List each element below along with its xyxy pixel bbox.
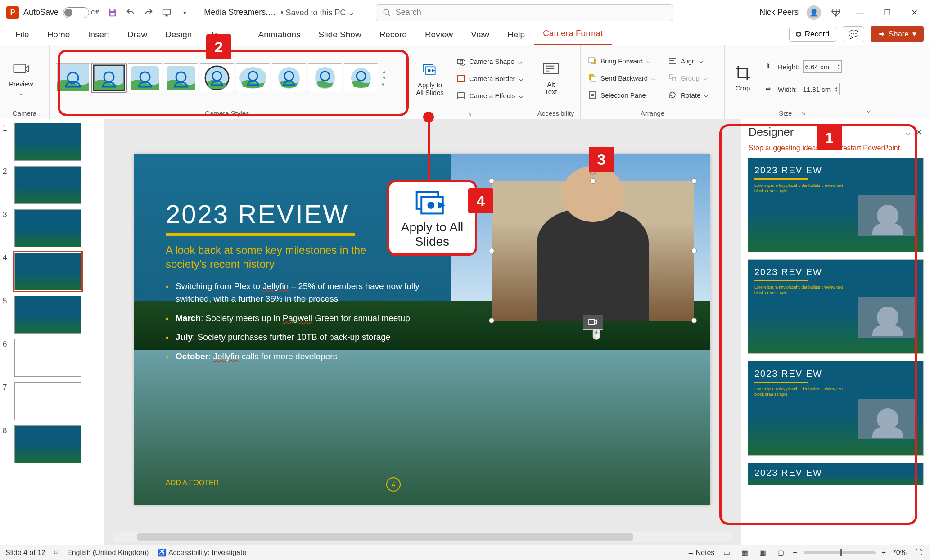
status-slide[interactable]: Slide 4 of 12 xyxy=(5,549,45,557)
thumbnail-4[interactable] xyxy=(14,253,81,290)
camera-styles-launcher-icon[interactable]: ↘ xyxy=(467,111,472,117)
tab-slide-show[interactable]: Slide Show xyxy=(310,25,370,45)
slideshow-view-icon[interactable]: ▢ xyxy=(775,548,786,558)
rotate-button[interactable]: Rotate ⌵ xyxy=(665,88,711,102)
footer-placeholder[interactable]: ADD A FOOTER xyxy=(166,479,219,487)
crop-button[interactable]: Crop xyxy=(729,62,756,94)
ribbon-collapse-icon[interactable]: ⌵ xyxy=(860,45,878,119)
camera-style-1[interactable] xyxy=(56,63,90,92)
camera-style-8[interactable] xyxy=(308,63,342,92)
cameo-object[interactable]: 🖱️ xyxy=(492,181,694,321)
tab-camera-format[interactable]: Camera Format xyxy=(534,24,612,45)
tab-record[interactable]: Record xyxy=(370,25,416,45)
camera-style-7[interactable] xyxy=(272,63,306,92)
camera-border-button[interactable]: Camera Border ⌵ xyxy=(454,72,526,86)
undo-icon[interactable] xyxy=(124,6,137,19)
thumbnail-2[interactable] xyxy=(14,166,81,204)
design-idea-1[interactable]: 2023 REVIEW Lorem ipsum tiny placeholder… xyxy=(748,158,924,252)
notes-button[interactable]: ≣ Notes xyxy=(688,548,714,557)
size-launcher-icon[interactable]: ↘ xyxy=(801,110,806,117)
group-button[interactable]: Group ⌵ xyxy=(665,71,711,85)
camera-shape-button[interactable]: Camera Shape ⌵ xyxy=(454,54,526,69)
thumbnail-1[interactable] xyxy=(14,123,81,161)
camera-style-2[interactable] xyxy=(92,63,126,92)
tab-design[interactable]: Design xyxy=(156,25,201,45)
width-field[interactable]: ⇔Width:11.81 cm▴▾ xyxy=(763,80,844,98)
zoom-level[interactable]: 70% xyxy=(892,549,907,557)
reading-view-icon[interactable]: ▣ xyxy=(757,548,768,558)
slide-title[interactable]: 2023 REVIEW xyxy=(166,199,349,229)
camera-style-3[interactable] xyxy=(128,63,162,92)
zoom-slider[interactable] xyxy=(804,551,876,554)
slide-subtitle[interactable]: A look back at some key milestones in th… xyxy=(166,243,391,271)
thumbnail-3[interactable] xyxy=(14,209,81,247)
sorter-view-icon[interactable]: ▦ xyxy=(739,548,750,558)
gallery-up-icon[interactable]: ▲ xyxy=(382,69,387,74)
selection-pane-button[interactable]: Selection Pane xyxy=(585,88,658,102)
camera-style-9[interactable] xyxy=(344,63,378,92)
design-idea-2[interactable]: 2023 REVIEW Lorem ipsum tiny placeholder… xyxy=(748,259,924,354)
tab-home[interactable]: Home xyxy=(38,25,79,45)
thumbnail-8[interactable] xyxy=(14,425,81,463)
fit-to-window-icon[interactable]: ⛶ xyxy=(913,548,925,558)
send-backward-button[interactable]: Send Backward ⌵ xyxy=(585,71,658,85)
tab-animations[interactable]: Animations xyxy=(249,25,310,45)
document-title[interactable]: Media Streamers.… xyxy=(204,8,276,17)
align-button[interactable]: Align ⌵ xyxy=(665,54,711,68)
tab-file[interactable]: File xyxy=(6,25,38,45)
design-idea-3[interactable]: 2023 REVIEW Lorem ipsum tiny placeholder… xyxy=(748,361,924,456)
zoom-in-button[interactable]: + xyxy=(882,549,886,557)
camera-style-4[interactable] xyxy=(164,63,198,92)
svg-rect-28 xyxy=(458,93,464,99)
normal-view-icon[interactable]: ▭ xyxy=(721,548,732,558)
comments-button[interactable]: 💬 xyxy=(843,26,864,42)
slide-bullets[interactable]: Switching from Plex to Jellyfin – 25% of… xyxy=(166,280,445,370)
preview-button[interactable]: Preview⌵ xyxy=(5,58,37,98)
tab-help[interactable]: Help xyxy=(498,25,534,45)
autosave-toggle[interactable] xyxy=(63,7,89,18)
tab-view[interactable]: View xyxy=(462,25,498,45)
tab-insert[interactable]: Insert xyxy=(79,25,118,45)
maximize-button[interactable]: ☐ xyxy=(878,6,897,19)
save-status[interactable]: • Saved to this PC ⌵ xyxy=(280,8,353,18)
camera-style-6[interactable] xyxy=(236,63,270,92)
status-accessibility[interactable]: ♿ Accessibility: Investigate xyxy=(158,548,246,557)
search-box[interactable] xyxy=(376,4,673,21)
tab-review[interactable]: Review xyxy=(416,25,462,45)
design-idea-4[interactable]: 2023 REVIEW xyxy=(748,463,924,485)
camera-badge-icon[interactable] xyxy=(583,315,603,330)
redo-icon[interactable] xyxy=(142,6,155,19)
search-input[interactable] xyxy=(396,8,666,17)
save-icon[interactable] xyxy=(106,6,119,19)
status-language[interactable]: English (United Kingdom) xyxy=(67,549,149,557)
diamond-icon[interactable] xyxy=(829,6,843,19)
thumbnail-7[interactable] xyxy=(14,382,81,420)
status-spellcheck-icon[interactable]: ⌑ xyxy=(54,548,58,557)
zoom-out-button[interactable]: − xyxy=(793,549,797,557)
gallery-down-icon[interactable]: ▼ xyxy=(382,75,387,81)
share-button[interactable]: Share ▾ xyxy=(871,26,924,42)
alt-text-button[interactable]: Alt Text xyxy=(536,59,566,98)
bring-forward-button[interactable]: Bring Forward ⌵ xyxy=(585,54,658,68)
tab-draw[interactable]: Draw xyxy=(118,25,156,45)
camera-effects-button[interactable]: Camera Effects ⌵ xyxy=(454,89,526,103)
camera-style-5[interactable] xyxy=(200,63,234,92)
account-name[interactable]: Nick Peers xyxy=(759,8,799,17)
callout-4: 4 xyxy=(468,188,493,213)
minimize-button[interactable]: — xyxy=(851,6,870,19)
close-button[interactable]: ✕ xyxy=(905,6,924,19)
designer-collapse-icon[interactable]: ⌵ xyxy=(905,127,911,138)
gallery-more-icon[interactable]: ▾ xyxy=(382,81,387,87)
svg-point-24 xyxy=(428,69,431,72)
height-field[interactable]: ⇕Height:6.64 cm▴▾ xyxy=(763,58,844,76)
account-avatar[interactable]: 👤 xyxy=(807,5,821,20)
thumbnail-panel[interactable]: 1 2 3 4 5 6 7 8 xyxy=(0,119,104,545)
apply-to-all-slides-button[interactable]: Apply to All Slides xyxy=(410,59,450,98)
horizontal-scrollbar[interactable] xyxy=(113,532,732,542)
designer-close-icon[interactable]: ✕ xyxy=(915,127,923,138)
record-button[interactable]: Record xyxy=(789,27,836,42)
thumbnail-6[interactable] xyxy=(14,339,81,377)
qat-more-icon[interactable]: ▾ xyxy=(178,6,191,19)
present-icon[interactable] xyxy=(160,6,173,19)
thumbnail-5[interactable] xyxy=(14,296,81,334)
